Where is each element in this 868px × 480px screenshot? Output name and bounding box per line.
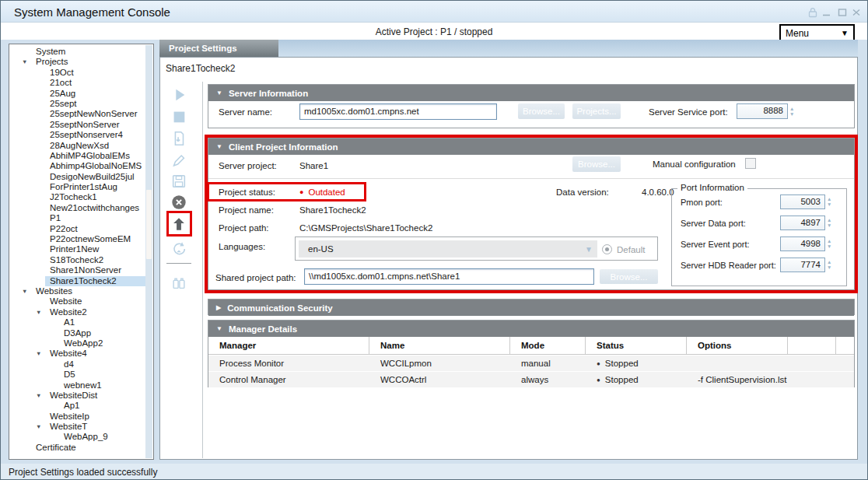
section-manager-details: ▼ Manager Details Manager Name Mode Stat…	[208, 320, 855, 387]
tree-item-DesigoNewBuild25jul[interactable]: DesigoNewBuild25jul	[9, 172, 146, 182]
spinner-up-icon[interactable]: ▲	[789, 107, 794, 111]
compare-projects-button[interactable]	[170, 275, 187, 292]
tree-item-25sept[interactable]: 25sept	[9, 99, 146, 109]
play-icon	[170, 86, 187, 103]
column-header-options[interactable]: Options	[687, 337, 788, 354]
tree-item-WebApp2[interactable]: WebApp2	[9, 338, 146, 349]
tree-item-D3App[interactable]: D3App	[9, 328, 146, 338]
table-row[interactable]: Control ManagerWCCOActrlalways●Stopped-f…	[208, 372, 854, 387]
table-row[interactable]: Process MonitorWCCILpmonmanual●Stopped	[208, 356, 854, 371]
tree-item-D5[interactable]: D5	[9, 370, 146, 380]
project-title: Share1Tocheck2	[166, 63, 235, 74]
tree-item-Website4[interactable]: ▼Website4	[9, 349, 146, 359]
tree-item-P1[interactable]: P1	[9, 213, 146, 223]
tree-item-Share1NonServer[interactable]: Share1NonServer	[9, 265, 146, 275]
tree-item-label: Website4	[50, 349, 87, 359]
tree-indent-spacer	[36, 296, 50, 307]
tree-item-J2Tocheck1[interactable]: J2Tocheck1	[9, 192, 146, 202]
column-header-mode[interactable]: Mode	[510, 337, 586, 354]
minimize-button[interactable]	[821, 6, 833, 19]
expand-triangle-icon[interactable]: ▼	[36, 307, 50, 317]
tree-indent-spacer	[50, 359, 64, 370]
column-header-status[interactable]: Status	[586, 337, 687, 354]
client-section-highlight-box	[205, 135, 858, 293]
section-communication-security-header[interactable]: ▶ Communication Security	[208, 300, 854, 316]
column-header-manager[interactable]: Manager	[208, 337, 369, 354]
cell	[788, 356, 836, 371]
tree-item-webnew1[interactable]: webnew1	[9, 380, 146, 391]
expand-triangle-icon[interactable]: ▼	[36, 391, 50, 401]
save-project-button[interactable]	[170, 173, 187, 190]
tree-item-ForPrinter1stAug[interactable]: ForPrinter1stAug	[9, 182, 146, 192]
tree-item-28AugNewXsd[interactable]: 28AugNewXsd	[9, 141, 146, 151]
tree-item-25septNewNonServer[interactable]: 25septNewNonServer	[9, 109, 146, 119]
tree-item-label: Website	[50, 296, 82, 307]
tree-item-label: 19Oct	[50, 68, 74, 78]
tree-item-Certificate[interactable]: Certificate	[9, 443, 146, 453]
maximize-button[interactable]	[836, 6, 849, 19]
projects-button[interactable]: Projects...	[572, 103, 621, 119]
tree-item-WebsiteDist[interactable]: ▼WebsiteDist	[9, 391, 146, 401]
tree-scrollbar[interactable]	[145, 45, 152, 458]
tree-indent-spacer	[36, 192, 50, 202]
tree-item-WebsiteT[interactable]: ▼WebsiteT	[9, 422, 146, 432]
spinner-down-icon[interactable]: ▼	[789, 112, 794, 117]
tree-item-25septNonServer[interactable]: 25septNonServer	[9, 120, 146, 130]
tree-scrollbar-thumb[interactable]	[146, 190, 152, 259]
close-button[interactable]	[850, 6, 863, 19]
tree-item-New21octwithchanges[interactable]: New21octwithchanges	[9, 203, 146, 213]
tree-item-A1[interactable]: A1	[9, 317, 146, 328]
tree-item-Projects[interactable]: ▼Projects	[9, 57, 146, 67]
tree-item-21oct[interactable]: 21oct	[9, 78, 146, 88]
tree-item-label: J2Tocheck1	[50, 192, 97, 202]
tree-item-Printer1New[interactable]: Printer1New	[9, 244, 146, 254]
tree-item-Share1Tocheck2[interactable]: Share1Tocheck2	[9, 276, 146, 286]
section-manager-details-header[interactable]: ▼ Manager Details	[208, 321, 854, 337]
tree-indent-spacer	[36, 120, 50, 130]
cancel-button[interactable]	[170, 194, 187, 211]
stop-project-button[interactable]	[170, 108, 187, 125]
tree-item-P22octnewSomeEM[interactable]: P22octnewSomeEM	[9, 234, 146, 244]
restore-project-button[interactable]	[170, 240, 187, 258]
tree-item-label: Printer1New	[50, 244, 99, 254]
tree-item-Websites[interactable]: ▼Websites	[9, 286, 146, 296]
menu-label: Menu	[781, 28, 841, 39]
service-port-input[interactable]: 8888	[737, 103, 788, 119]
tree-item-d4[interactable]: d4	[9, 359, 146, 370]
edit-project-button[interactable]	[170, 152, 187, 169]
cell: -f ClientSupervision.lst	[687, 372, 788, 387]
server-name-input[interactable]: md1005xc.dom01.cmpns.net	[299, 103, 497, 120]
tree-item-WebsiteIp[interactable]: WebsiteIp	[9, 412, 146, 422]
expand-triangle-icon[interactable]: ▼	[36, 349, 50, 359]
section-server-information-header[interactable]: ▼ Server Information	[208, 85, 854, 101]
expand-triangle-icon[interactable]: ▼	[22, 286, 36, 296]
tree-indent-spacer	[36, 141, 50, 151]
tree-indent-spacer	[36, 265, 50, 275]
tree-item-Website[interactable]: Website	[9, 296, 146, 307]
tree-item-label: Share1Tocheck2	[50, 276, 117, 286]
cell-status: ●Stopped	[586, 356, 687, 371]
tree-item-WebApp_9[interactable]: WebApp_9	[9, 432, 146, 442]
tree-item-25septNonserver4[interactable]: 25septNonserver4	[9, 130, 146, 140]
tree-item-System[interactable]: System	[9, 47, 146, 57]
browse-server-button[interactable]: Browse...	[518, 103, 565, 119]
copy-document-icon	[170, 130, 187, 147]
tree-item-S18Tocheck2[interactable]: S18Tocheck2	[9, 255, 146, 265]
start-project-button[interactable]	[170, 86, 187, 103]
tree-item-25Aug[interactable]: 25Aug	[9, 89, 146, 99]
tree-item-label: WebApp_9	[64, 432, 108, 442]
tree-item-label: Website2	[50, 307, 87, 317]
tree-item-AbhiMP4GlobalEMs[interactable]: AbhiMP4GlobalEMs	[9, 151, 146, 161]
tree-indent-spacer	[36, 276, 50, 286]
expand-triangle-icon[interactable]: ▼	[22, 57, 36, 67]
expand-triangle-icon[interactable]: ▼	[36, 422, 50, 432]
tree-item-19Oct[interactable]: 19Oct	[9, 68, 146, 78]
upgrade-highlight-box	[166, 211, 192, 236]
tree-item-Ap1[interactable]: Ap1	[9, 401, 146, 411]
tab-project-settings[interactable]: Project Settings	[159, 40, 278, 57]
tree-item-Website2[interactable]: ▼Website2	[9, 307, 146, 317]
column-header-name[interactable]: Name	[369, 337, 510, 354]
copy-project-button[interactable]	[170, 130, 187, 147]
tree-item-P22oct[interactable]: P22oct	[9, 224, 146, 234]
tree-item-Abhimp4GlobalNoEMS[interactable]: Abhimp4GlobalNoEMS	[9, 161, 146, 171]
